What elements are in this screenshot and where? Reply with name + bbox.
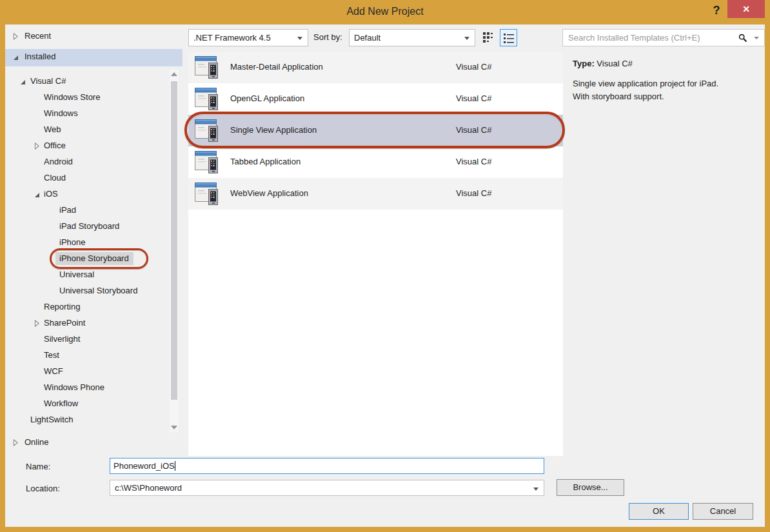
type-label: Type: bbox=[573, 59, 595, 68]
tree-item-web[interactable]: Web bbox=[5, 122, 183, 138]
template-name: OpenGL Application bbox=[230, 94, 304, 103]
tree-item-windows-store[interactable]: Windows Store bbox=[5, 90, 183, 106]
tree-item-visual-c-[interactable]: Visual C# bbox=[5, 74, 183, 90]
tree-item-lightswitch[interactable]: LightSwitch bbox=[5, 412, 183, 428]
type-value: Visual C# bbox=[597, 59, 632, 68]
tree-item-silverlight[interactable]: Silverlight bbox=[5, 331, 183, 348]
template-row-single-view-application[interactable]: Single View ApplicationVisual C# bbox=[188, 115, 563, 146]
chevron-down-icon bbox=[297, 37, 302, 40]
description-line: With storyboard support. bbox=[573, 92, 664, 101]
template-row-webview-application[interactable]: WebView ApplicationVisual C# bbox=[188, 178, 563, 210]
dialog-content: RecentInstalledVisual C#Windows StoreWin… bbox=[5, 25, 765, 527]
collapse-arrow-icon[interactable] bbox=[20, 77, 28, 85]
scroll-down-icon[interactable] bbox=[171, 426, 177, 429]
template-description: Single view application project for iPad… bbox=[573, 77, 756, 103]
help-icon[interactable]: ? bbox=[708, 2, 725, 19]
tree-item-installed[interactable]: Installed bbox=[5, 49, 183, 66]
tree-item-sharepoint[interactable]: SharePoint bbox=[5, 315, 183, 331]
template-language: Visual C# bbox=[456, 157, 491, 166]
tree-item-label: Recent bbox=[25, 31, 51, 41]
text-caret bbox=[175, 461, 175, 471]
description-line: Single view application project for iPad… bbox=[573, 79, 718, 88]
search-icon[interactable] bbox=[738, 34, 747, 43]
tree-item-ipad[interactable]: iPad bbox=[5, 202, 183, 219]
scroll-up-icon[interactable] bbox=[171, 72, 177, 76]
template-name: Tabbed Application bbox=[230, 157, 301, 166]
expand-arrow-icon[interactable] bbox=[13, 438, 21, 446]
list-view-button[interactable] bbox=[500, 29, 517, 46]
tree-item-ios[interactable]: iOS bbox=[5, 186, 183, 202]
expand-arrow-icon[interactable] bbox=[13, 32, 21, 40]
browse-button[interactable]: Browse... bbox=[557, 479, 624, 496]
add-new-project-dialog: Add New Project ? ✕ RecentInstalledVisua… bbox=[0, 0, 770, 532]
tree-item-label: Reporting bbox=[44, 302, 80, 311]
expand-arrow-icon[interactable] bbox=[34, 142, 42, 150]
template-row-master-detail-application[interactable]: Master-Detail ApplicationVisual C# bbox=[188, 52, 563, 83]
framework-dropdown-value: .NET Framework 4.5 bbox=[193, 33, 271, 43]
template-language: Visual C# bbox=[456, 125, 491, 135]
location-dropdown[interactable]: c:\WS\Phoneword bbox=[110, 480, 544, 496]
template-name: Master-Detail Application bbox=[230, 62, 323, 72]
tree-item-label: iPad Storyboard bbox=[59, 221, 119, 231]
tree-item-label: SharePoint bbox=[44, 318, 85, 328]
name-field[interactable]: Phoneword_iOS bbox=[110, 458, 544, 474]
cancel-button[interactable]: Cancel bbox=[693, 503, 753, 520]
template-row-opengl-application[interactable]: OpenGL ApplicationVisual C# bbox=[188, 83, 563, 115]
tree-item-ipad-storyboard[interactable]: iPad Storyboard bbox=[5, 219, 183, 235]
csharp-project-icon bbox=[194, 149, 221, 177]
tree-item-label: Office bbox=[44, 141, 66, 150]
title-bar: Add New Project ? ✕ bbox=[0, 0, 770, 25]
tree-item-universal-storyboard[interactable]: Universal Storyboard bbox=[5, 283, 183, 299]
collapse-arrow-icon[interactable] bbox=[13, 53, 21, 61]
tree-item-online[interactable]: Online bbox=[5, 435, 183, 452]
tree-item-universal[interactable]: Universal bbox=[5, 267, 183, 283]
tree-item-label: Test bbox=[44, 350, 59, 360]
sort-dropdown[interactable]: Default bbox=[349, 29, 475, 46]
chevron-down-icon bbox=[464, 37, 469, 40]
search-options-chevron-icon[interactable] bbox=[754, 37, 759, 39]
tree-item-label: iPhone bbox=[59, 237, 85, 247]
tree-item-android[interactable]: Android bbox=[5, 154, 183, 170]
name-field-value: Phoneword_iOS bbox=[114, 461, 175, 471]
close-button[interactable]: ✕ bbox=[727, 0, 765, 18]
tree-scrollbar[interactable] bbox=[170, 70, 179, 432]
template-name: WebView Application bbox=[230, 188, 308, 198]
tree-item-label: Installed bbox=[25, 52, 55, 61]
scrollbar-thumb[interactable] bbox=[171, 81, 177, 400]
tree-item-workflow[interactable]: Workflow bbox=[5, 396, 183, 412]
tree-item-windows[interactable]: Windows bbox=[5, 106, 183, 122]
tree-item-label: Windows bbox=[44, 108, 78, 118]
ok-button[interactable]: OK bbox=[629, 503, 689, 520]
tree-item-iphone[interactable]: iPhone bbox=[5, 235, 183, 251]
tree-item-recent[interactable]: Recent bbox=[5, 28, 183, 46]
csharp-project-icon bbox=[194, 86, 221, 114]
tree-item-test[interactable]: Test bbox=[5, 348, 183, 364]
name-label: Name: bbox=[26, 462, 50, 471]
tree-item-cloud[interactable]: Cloud bbox=[5, 170, 183, 186]
search-placeholder: Search Installed Templates (Ctrl+E) bbox=[568, 33, 700, 43]
template-name: Single View Application bbox=[230, 125, 317, 135]
sort-dropdown-value: Default bbox=[354, 33, 380, 43]
close-icon: ✕ bbox=[742, 4, 750, 14]
expand-arrow-icon[interactable] bbox=[34, 319, 42, 327]
chevron-down-icon bbox=[533, 488, 538, 491]
template-row-tabbed-application[interactable]: Tabbed ApplicationVisual C# bbox=[188, 146, 563, 178]
tree-item-label: iPhone Storyboard bbox=[55, 252, 133, 265]
dialog-title: Add New Project bbox=[0, 6, 770, 17]
tree-item-reporting[interactable]: Reporting bbox=[5, 299, 183, 315]
tree-item-label: iPad bbox=[59, 205, 76, 215]
tree-item-label: Cloud bbox=[44, 173, 66, 182]
tree-item-office[interactable]: Office bbox=[5, 138, 183, 154]
small-icons-view-button[interactable] bbox=[480, 29, 497, 46]
tree-item-label: Online bbox=[25, 437, 49, 447]
tree-item-iphone-storyboard[interactable]: iPhone Storyboard bbox=[5, 251, 183, 267]
tree-item-wcf[interactable]: WCF bbox=[5, 364, 183, 380]
framework-dropdown[interactable]: .NET Framework 4.5 bbox=[188, 29, 308, 46]
csharp-project-icon bbox=[194, 117, 221, 146]
tree-item-label: LightSwitch bbox=[30, 415, 73, 424]
tree-item-windows-phone[interactable]: Windows Phone bbox=[5, 380, 183, 396]
location-label: Location: bbox=[26, 484, 60, 493]
csharp-project-icon bbox=[194, 54, 221, 83]
collapse-arrow-icon[interactable] bbox=[34, 190, 42, 198]
search-input[interactable]: Search Installed Templates (Ctrl+E) bbox=[562, 29, 765, 46]
